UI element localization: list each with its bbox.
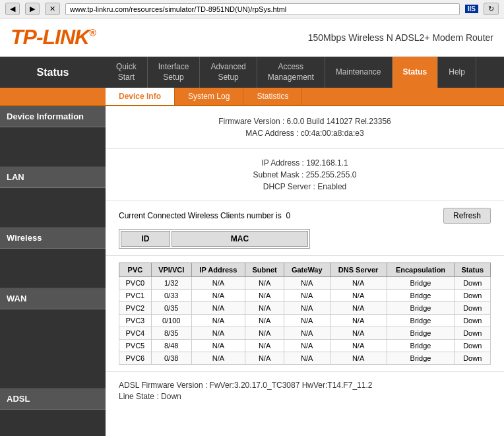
wan-cell-encap: Bridge (387, 315, 455, 327)
wan-cell-status: Down (455, 290, 491, 302)
wan-cell-dns: N/A (330, 340, 387, 352)
sidebar-gap-1 (0, 127, 106, 167)
wan-col-encap: Encapsulation (387, 263, 455, 277)
wan-table-row: PVC0 1/32 N/A N/A N/A N/A Bridge Down (119, 277, 491, 290)
wan-cell-pvc: PVC4 (119, 327, 152, 340)
wan-cell-dns: N/A (330, 290, 387, 302)
wan-cell-ip: N/A (191, 340, 245, 352)
wireless-clients-count: 0 (286, 211, 290, 220)
wireless-col-id: ID (121, 231, 170, 247)
nav-interface-setup[interactable]: InterfaceSetup (148, 57, 201, 88)
wan-cell-ip: N/A (191, 327, 245, 340)
iis-badge: IIS (465, 5, 478, 13)
wan-cell-encap: Bridge (387, 352, 455, 365)
sub-nav: Device Info System Log Statistics (0, 88, 504, 106)
address-bar[interactable] (65, 3, 460, 15)
nav-items: QuickStart InterfaceSetup AdvancedSetup … (106, 57, 504, 88)
wan-cell-dns: N/A (330, 352, 387, 365)
wan-cell-status: Down (455, 277, 491, 290)
wan-cell-encap: Bridge (387, 340, 455, 352)
wan-cell-encap: Bridge (387, 302, 455, 315)
wan-cell-encap: Bridge (387, 290, 455, 302)
lan-subnet: Subnet Mask : 255.255.255.0 (119, 170, 491, 179)
sidebar-wireless: Wireless (0, 228, 106, 249)
wan-cell-status: Down (455, 315, 491, 327)
forward-button[interactable]: ▶ (25, 3, 40, 15)
sidebar-gap-4 (0, 309, 106, 389)
firmware-version: Firmware Version : 6.0.0 Build 141027 Re… (119, 117, 491, 126)
wan-table-body: PVC0 1/32 N/A N/A N/A N/A Bridge Down PV… (119, 277, 491, 365)
wan-cell-status: Down (455, 327, 491, 340)
mac-address: MAC Address : c0:4a:00:a8:da:e3 (119, 129, 491, 138)
sidebar-gap-2 (0, 188, 106, 228)
wan-cell-vpi: 1/32 (151, 277, 191, 290)
back-button[interactable]: ◀ (5, 3, 20, 15)
wan-section: PVC VPI/VCI IP Address Subnet GateWay DN… (106, 256, 504, 372)
wan-cell-ip: N/A (191, 302, 245, 315)
wan-cell-vpi: 0/100 (151, 315, 191, 327)
main-content: Firmware Version : 6.0.0 Build 141027 Re… (106, 106, 504, 436)
adsl-line-state: Line State : Down (119, 392, 491, 401)
wan-cell-dns: N/A (330, 302, 387, 315)
lan-dhcp: DHCP Server : Enabled (119, 182, 491, 191)
wan-cell-status: Down (455, 352, 491, 365)
nav-quick-start[interactable]: QuickStart (106, 57, 148, 88)
wan-col-vpi: VPI/VCI (151, 263, 191, 277)
wan-cell-encap: Bridge (387, 277, 455, 290)
nav-maintenance[interactable]: Maintenance (325, 57, 393, 88)
nav-status[interactable]: Status (393, 57, 439, 88)
wan-col-ip: IP Address (191, 263, 245, 277)
wan-cell-gateway: N/A (284, 315, 330, 327)
wan-col-gateway: GateWay (284, 263, 330, 277)
wan-cell-ip: N/A (191, 315, 245, 327)
wan-col-subnet: Subnet (245, 263, 284, 277)
wan-cell-vpi: 0/38 (151, 352, 191, 365)
wan-cell-gateway: N/A (284, 340, 330, 352)
wireless-refresh-button[interactable]: Refresh (443, 208, 491, 224)
main-nav: Status QuickStart InterfaceSetup Advance… (0, 57, 504, 88)
wan-cell-subnet: N/A (245, 290, 284, 302)
sidebar-lan: LAN (0, 167, 106, 188)
wan-cell-vpi: 0/33 (151, 290, 191, 302)
wan-col-dns: DNS Server (330, 263, 387, 277)
sub-nav-system-log[interactable]: System Log (175, 88, 243, 105)
wan-cell-status: Down (455, 302, 491, 315)
stop-button[interactable]: ✕ (45, 3, 60, 15)
wan-cell-pvc: PVC5 (119, 340, 152, 352)
status-sidebar-label: Status (0, 57, 106, 88)
nav-access-management[interactable]: AccessManagement (257, 57, 325, 88)
wan-cell-ip: N/A (191, 352, 245, 365)
wan-cell-encap: Bridge (387, 327, 455, 340)
wan-cell-pvc: PVC0 (119, 277, 152, 290)
wan-cell-subnet: N/A (245, 315, 284, 327)
refresh-browser-button[interactable]: ↻ (484, 3, 499, 15)
nav-advanced-setup[interactable]: AdvancedSetup (200, 57, 257, 88)
wireless-table: ID MAC (119, 229, 310, 249)
wan-cell-ip: N/A (191, 290, 245, 302)
wan-cell-gateway: N/A (284, 277, 330, 290)
device-info-section: Firmware Version : 6.0.0 Build 141027 Re… (106, 106, 504, 149)
wireless-clients-label: Current Connected Wireless Clients numbe… (119, 211, 282, 220)
nav-help[interactable]: Help (438, 57, 476, 88)
wan-cell-subnet: N/A (245, 302, 284, 315)
adsl-section: ADSL Firmware Version : FwVer:3.20.17.0_… (106, 372, 504, 410)
wan-cell-subnet: N/A (245, 340, 284, 352)
wan-table-row: PVC5 8/48 N/A N/A N/A N/A Bridge Down (119, 340, 491, 352)
wan-cell-subnet: N/A (245, 327, 284, 340)
sub-nav-device-info[interactable]: Device Info (106, 88, 175, 105)
sidebar-device-information: Device Information (0, 106, 106, 127)
wan-cell-pvc: PVC3 (119, 315, 152, 327)
sidebar-wan: WAN (0, 288, 106, 309)
wan-cell-pvc: PVC2 (119, 302, 152, 315)
adsl-firmware: ADSL Firmware Version : FwVer:3.20.17.0_… (119, 381, 491, 390)
lan-section: IP Address : 192.168.1.1 Subnet Mask : 2… (106, 149, 504, 201)
wan-cell-status: Down (455, 340, 491, 352)
sub-nav-statistics[interactable]: Statistics (243, 88, 302, 105)
wan-table-row: PVC4 8/35 N/A N/A N/A N/A Bridge Down (119, 327, 491, 340)
wireless-section: Current Connected Wireless Clients numbe… (106, 201, 504, 256)
wan-cell-pvc: PVC6 (119, 352, 152, 365)
wan-cell-dns: N/A (330, 327, 387, 340)
wan-cell-vpi: 8/35 (151, 327, 191, 340)
wan-cell-dns: N/A (330, 315, 387, 327)
wan-cell-pvc: PVC1 (119, 290, 152, 302)
